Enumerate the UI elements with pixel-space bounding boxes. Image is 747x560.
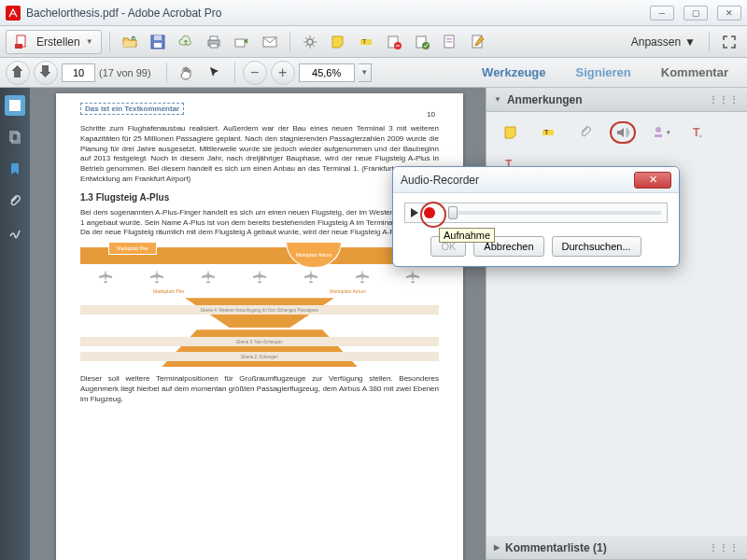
airplane-icon — [354, 268, 371, 285]
cloud-button[interactable] — [174, 30, 198, 54]
envelope-icon — [261, 34, 278, 50]
share-button[interactable] — [230, 30, 254, 54]
record-tooltip: Aufnahme — [439, 228, 495, 243]
playback-slider[interactable] — [448, 211, 661, 215]
fig-hub-label: Marktplatz Atrium — [286, 242, 342, 268]
printer-icon — [205, 34, 222, 50]
expand-arrow-icon: ▶ — [494, 543, 500, 552]
edit-button[interactable] — [466, 30, 490, 54]
edit-icon — [470, 34, 486, 50]
settings-button[interactable] — [298, 30, 322, 54]
main-area: Das ist ein Textkommentar 10 Schritte zu… — [0, 88, 747, 560]
signatures-button[interactable] — [5, 222, 25, 243]
select-tool-button[interactable] — [203, 61, 227, 85]
svg-rect-8 — [210, 44, 218, 48]
zoom-dropdown-button[interactable]: ▼ — [359, 63, 372, 82]
stamp-button[interactable] — [410, 30, 434, 54]
delete-icon — [386, 34, 402, 50]
zoom-input[interactable] — [299, 63, 355, 82]
panel-grip-icon: ⋮⋮⋮ — [709, 94, 740, 105]
sign-panel-link[interactable]: Signieren — [563, 58, 644, 88]
figure-diagram: Marktplatz Pier Marktplatz Atrium Marktp… — [80, 247, 439, 363]
highlight-button[interactable]: T — [354, 30, 378, 54]
save-button[interactable] — [146, 30, 170, 54]
sticky-note-button[interactable] — [326, 30, 350, 54]
toolbar-navigation: 🡅 🡇 (17 von 99) − + ▼ Werkzeuge Signiere… — [0, 58, 747, 88]
form-button[interactable] — [438, 30, 462, 54]
fullscreen-button[interactable] — [717, 30, 741, 54]
prev-page-button[interactable]: 🡅 — [6, 61, 30, 85]
bookmarks-button[interactable] — [5, 159, 25, 179]
svg-text:T: T — [544, 129, 549, 135]
fig-label: Marktplatz Atrium — [330, 288, 366, 294]
svg-rect-20 — [446, 41, 452, 43]
document-viewport[interactable]: Das ist ein Textkommentar 10 Schritte zu… — [30, 88, 486, 560]
open-button[interactable] — [118, 30, 142, 54]
airplane-icon — [148, 268, 165, 285]
fig-stripe: Ebene 4: Weiterer Ankunftsgang für Non-S… — [80, 305, 439, 315]
page-number-input[interactable] — [62, 63, 95, 82]
create-label: Erstellen — [36, 35, 80, 49]
airplane-icon — [97, 268, 114, 285]
page-count-label: (17 von 99) — [99, 67, 151, 78]
svg-text:₊: ₊ — [698, 131, 702, 139]
stamp-icon — [414, 34, 430, 50]
sticky-note-tool[interactable] — [498, 121, 524, 144]
create-pdf-icon — [14, 34, 31, 50]
navigation-sidestrip — [0, 88, 30, 560]
sticky-note-icon — [330, 34, 346, 50]
svg-point-11 — [307, 39, 313, 45]
zoom-in-button[interactable]: + — [271, 61, 295, 85]
customize-button[interactable]: Anpassen ▼ — [626, 30, 701, 54]
next-page-button[interactable]: 🡇 — [34, 61, 58, 85]
create-button[interactable]: Erstellen ▼ — [6, 30, 102, 54]
thumbnails-button[interactable] — [5, 95, 25, 116]
annotations-header[interactable]: ▼ Anmerkungen ⋮⋮⋮ — [486, 88, 747, 112]
window-title: Bachelorthesis.pdf - Adobe Acrobat Pro — [26, 7, 650, 20]
print-button[interactable] — [202, 30, 226, 54]
play-button[interactable] — [411, 208, 418, 217]
text-box-tool[interactable]: T₊ — [684, 121, 711, 144]
svg-rect-28 — [655, 134, 662, 137]
body-paragraph: Schritte zum Flughafenausbau realisiert.… — [80, 124, 439, 185]
airplane-icon — [200, 268, 217, 285]
airplane-icon — [303, 268, 319, 285]
comment-list-header[interactable]: ▶ Kommentarliste (1) ⋮⋮⋮ — [486, 536, 747, 560]
delete-annotation-button[interactable] — [382, 30, 406, 54]
panel-grip-icon: ⋮⋮⋮ — [709, 542, 740, 553]
dialog-titlebar[interactable]: Audio-Recorder ✕ — [393, 167, 679, 193]
window-minimize-button[interactable]: ─ — [650, 6, 674, 21]
fullscreen-icon — [721, 34, 738, 50]
attach-file-tool[interactable] — [572, 121, 599, 144]
dialog-close-button[interactable]: ✕ — [634, 172, 671, 189]
comment-list-label: Kommentarliste (1) — [505, 541, 607, 554]
svg-rect-4 — [154, 35, 162, 40]
stamp-tool[interactable]: ▾ — [647, 121, 673, 144]
annotations-label: Anmerkungen — [507, 93, 583, 106]
body-paragraph: Bei dem sogenannten A-Plus-Finger handel… — [80, 208, 439, 238]
svg-rect-1 — [15, 44, 22, 49]
save-icon — [149, 34, 166, 50]
pages-button[interactable] — [5, 127, 25, 147]
browse-button[interactable]: Durchsuchen... — [552, 236, 641, 257]
recorder-controls: Aufnahme — [404, 203, 668, 223]
zoom-out-button[interactable]: − — [243, 61, 267, 85]
hand-tool-button[interactable] — [175, 61, 199, 85]
window-close-button[interactable]: ✕ — [717, 6, 741, 21]
record-audio-tool[interactable] — [610, 121, 636, 144]
email-button[interactable] — [258, 30, 282, 54]
window-maximize-button[interactable]: ▢ — [684, 6, 708, 21]
hand-icon — [178, 64, 195, 81]
record-button[interactable] — [424, 207, 435, 218]
fig-stripe: Ebene 3: Non-Schengen — [80, 337, 439, 346]
attachments-button[interactable] — [5, 190, 25, 211]
tools-panel-link[interactable]: Werkzeuge — [469, 58, 558, 88]
page-number-text: 10 — [427, 110, 435, 119]
share-icon — [233, 34, 250, 50]
slider-knob[interactable] — [448, 206, 458, 219]
comment-panel-link[interactable]: Kommentar — [648, 58, 741, 88]
svg-point-27 — [655, 127, 661, 133]
toolbar-divider — [234, 63, 235, 83]
highlight-tool[interactable]: T — [535, 121, 561, 144]
text-comment-marker[interactable]: Das ist ein Textkommentar — [80, 103, 184, 115]
